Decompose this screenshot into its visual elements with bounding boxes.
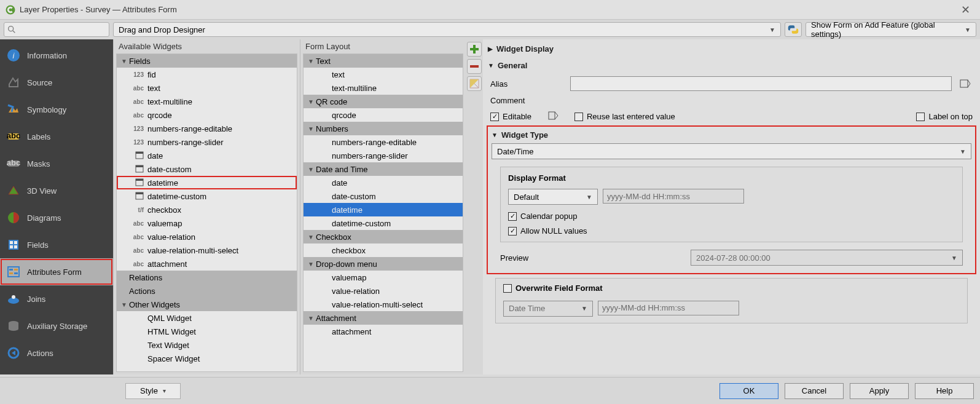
layout-item-valuemap[interactable]: valuemap <box>304 271 463 284</box>
layout-group-attachment[interactable]: ▼Attachment <box>304 311 463 325</box>
available-field-text-multiline[interactable]: abctext-multiline <box>117 95 297 108</box>
invert-selection-button[interactable] <box>467 76 482 91</box>
nav-item-actions[interactable]: Actions <box>0 339 113 366</box>
layout-item-text[interactable]: text <box>304 68 463 81</box>
preview-field[interactable]: 2024-07-28 00:00:00▼ <box>691 250 963 266</box>
nav-item-diagrams[interactable]: Diagrams <box>0 204 113 231</box>
svg-rect-14 <box>14 245 17 248</box>
nav-item-3d-view[interactable]: 3D View <box>0 177 113 204</box>
help-button[interactable]: Help <box>915 383 974 399</box>
editable-checkbox[interactable]: Editable <box>490 112 531 121</box>
available-field-text[interactable]: abctext <box>117 81 297 95</box>
nav-icon <box>6 319 21 333</box>
tree-group-other[interactable]: ▼Other Widgets <box>117 298 297 311</box>
display-format-select[interactable]: Default▼ <box>508 189 598 205</box>
layout-item-numbers-range-editable[interactable]: numbers-range-editable <box>304 135 463 149</box>
apply-button[interactable]: Apply <box>850 383 909 399</box>
available-field-valuemap[interactable]: abcvaluemap <box>117 216 297 230</box>
nav-item-fields[interactable]: Fields <box>0 231 113 258</box>
calendar-popup-checkbox[interactable]: Calendar popup <box>508 212 578 221</box>
layout-item-checkbox[interactable]: checkbox <box>304 244 463 257</box>
available-other-html-widget[interactable]: HTML Widget <box>117 325 297 338</box>
layout-group-checkbox[interactable]: ▼Checkbox <box>304 230 463 244</box>
show-form-select[interactable]: Show Form on Add Feature (global setting… <box>806 22 976 37</box>
available-field-value-relation[interactable]: abcvalue-relation <box>117 230 297 244</box>
available-field-fid[interactable]: 123fid <box>117 68 297 81</box>
available-field-numbers-range-editable[interactable]: 123numbers-range-editable <box>117 122 297 135</box>
nav-item-auxiliary-storage[interactable]: Auxiliary Storage <box>0 312 113 339</box>
close-button[interactable]: ✕ <box>956 1 975 18</box>
svg-rect-17 <box>14 269 18 271</box>
designer-mode-select[interactable]: Drag and Drop Designer ▼ <box>113 22 781 37</box>
layout-item-qrcode[interactable]: qrcode <box>304 108 463 122</box>
left-nav: iInformationSourceSymbologyabcLabelsabcM… <box>0 39 113 374</box>
layout-group-numbers[interactable]: ▼Numbers <box>304 122 463 135</box>
available-field-datetime[interactable]: datetime <box>117 176 297 189</box>
preview-value: 2024-07-28 00:00:00 <box>696 253 770 263</box>
available-field-value-relation-multi-select[interactable]: abcvalue-relation-multi-select <box>117 244 297 257</box>
layout-item-value-relation[interactable]: value-relation <box>304 284 463 298</box>
layout-group-drop-down-menu[interactable]: ▼Drop-down menu <box>304 257 463 271</box>
allow-null-checkbox[interactable]: Allow NULL values <box>508 226 587 236</box>
remove-tab-button[interactable] <box>467 59 482 74</box>
available-field-numbers-range-slider[interactable]: 123numbers-range-slider <box>117 135 297 149</box>
display-format-title: Display Format <box>508 173 955 183</box>
widget-type-select[interactable]: Date/Time▼ <box>492 143 971 159</box>
available-field-qrcode[interactable]: abcqrcode <box>117 108 297 122</box>
available-field-datetime-custom[interactable]: datetime-custom <box>117 189 297 203</box>
label-on-top-checkbox[interactable]: Label on top <box>916 112 973 121</box>
layout-item-value-relation-multi-select[interactable]: value-relation-multi-select <box>304 298 463 311</box>
alias-label: Alias <box>490 79 564 89</box>
overwrite-field-format-checkbox[interactable]: Overwrite Field Format <box>503 283 603 293</box>
tree-group-relations[interactable]: Relations <box>117 271 297 284</box>
layout-item-attachment[interactable]: attachment <box>304 325 463 338</box>
add-tab-button[interactable] <box>467 42 482 57</box>
layout-item-datetime-custom[interactable]: datetime-custom <box>304 216 463 230</box>
available-other-text-widget[interactable]: Text Widget <box>117 338 297 352</box>
nav-item-source[interactable]: Source <box>0 69 113 96</box>
widget-type-header[interactable]: ▼Widget Type <box>492 127 971 143</box>
layout-item-text-multiline[interactable]: text-multiline <box>304 81 463 95</box>
available-field-date-custom[interactable]: date-custom <box>117 162 297 176</box>
nav-item-labels[interactable]: abcLabels <box>0 123 113 150</box>
layout-group-qr-code[interactable]: ▼QR code <box>304 95 463 108</box>
nav-label: Diagrams <box>27 213 61 223</box>
tree-group-fields[interactable]: ▼Fields <box>117 54 297 68</box>
nav-icon <box>6 210 21 225</box>
nav-item-masks[interactable]: abcMasks <box>0 150 113 177</box>
ok-button[interactable]: OK <box>719 383 778 399</box>
python-console-button[interactable] <box>785 22 802 37</box>
nav-item-symbology[interactable]: Symbology <box>0 96 113 123</box>
alias-input[interactable] <box>570 76 952 91</box>
available-other-qml-widget[interactable]: QML Widget <box>117 311 297 325</box>
tree-group-actions[interactable]: Actions <box>117 284 297 298</box>
expression-button[interactable] <box>958 76 973 91</box>
nav-item-joins[interactable]: Joins <box>0 285 113 312</box>
chevron-down-icon: ▼ <box>581 305 587 312</box>
cancel-button[interactable]: Cancel <box>785 383 844 399</box>
style-menu-button[interactable]: Style▾ <box>125 383 181 399</box>
layout-group-date-and-time[interactable]: ▼Date and Time <box>304 162 463 176</box>
display-format-input <box>603 189 744 204</box>
layout-item-numbers-range-slider[interactable]: numbers-range-slider <box>304 149 463 162</box>
layout-item-date-custom[interactable]: date-custom <box>304 189 463 203</box>
nav-item-information[interactable]: iInformation <box>0 42 113 69</box>
search-input[interactable] <box>4 22 109 37</box>
layout-item-date[interactable]: date <box>304 176 463 189</box>
available-field-checkbox[interactable]: t/fcheckbox <box>117 203 297 216</box>
show-form-label: Show Form on Add Feature (global setting… <box>811 20 965 39</box>
layout-group-text[interactable]: ▼Text <box>304 54 463 68</box>
override-button[interactable] <box>547 110 559 123</box>
available-tree[interactable]: ▼Fields123fidabctextabctext-multilineabc… <box>116 53 297 372</box>
nav-item-attributes-form[interactable]: Attributes Form <box>0 258 113 285</box>
general-section[interactable]: ▼General <box>487 57 976 74</box>
available-other-spacer-widget[interactable]: Spacer Widget <box>117 352 297 365</box>
layout-item-datetime[interactable]: datetime <box>304 203 463 216</box>
available-field-attachment[interactable]: abcattachment <box>117 257 297 271</box>
reuse-checkbox[interactable]: Reuse last entered value <box>574 112 675 121</box>
svg-text:abc: abc <box>7 158 20 167</box>
widget-display-section[interactable]: ▶Widget Display <box>487 41 976 57</box>
nav-item-display[interactable]: Display <box>0 366 113 374</box>
layout-tree[interactable]: ▼Texttexttext-multiline▼QR codeqrcode▼Nu… <box>303 53 463 372</box>
available-field-date[interactable]: date <box>117 149 297 162</box>
